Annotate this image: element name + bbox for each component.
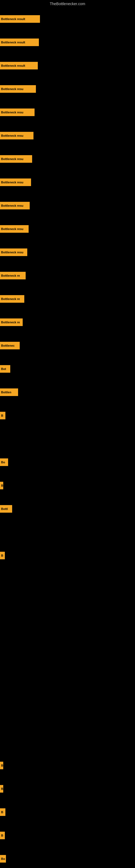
bottleneck-label: Bottleneck resu — [1, 204, 24, 207]
bottleneck-bar: Bottleneck re — [0, 295, 24, 303]
bottleneck-label: Bottleneck resu — [1, 251, 24, 254]
bottleneck-label: B — [1, 764, 3, 767]
bottleneck-label: B — [1, 810, 3, 814]
bottleneck-label: Bottleneck re — [1, 297, 20, 301]
bottleneck-bar: Bottlenec — [0, 342, 20, 349]
bottleneck-bar: B — [0, 412, 5, 420]
bottleneck-bar: Bo — [0, 855, 6, 863]
bottleneck-bar: B — [0, 762, 3, 769]
bottleneck-bar: Bottleneck re — [0, 272, 26, 279]
bottleneck-label: Bottleneck re — [1, 321, 20, 324]
bottleneck-bar: B — [0, 808, 5, 816]
bottleneck-label: Bo — [1, 461, 5, 464]
bottleneck-label: Bottleneck result — [1, 64, 25, 67]
bottleneck-label: Bottleneck resu — [1, 157, 24, 161]
bottleneck-bar: B — [0, 832, 5, 839]
bottleneck-label: Bottleneck resu — [1, 181, 24, 184]
bottleneck-label: B — [1, 834, 3, 837]
bottleneck-bar: Bottleneck resu — [0, 108, 35, 116]
bottleneck-bar: Bottleneck re — [0, 318, 23, 326]
bottleneck-bar: Bottleneck result — [0, 62, 38, 69]
bottleneck-bar: Bottleneck resu — [0, 155, 32, 163]
bottleneck-bar: Bottleneck result — [0, 15, 40, 23]
bottleneck-label: B — [1, 484, 3, 487]
bottleneck-bar: Bo — [0, 458, 8, 466]
bottleneck-bar: Bottleneck resu — [0, 85, 36, 93]
bottleneck-bar: Bottleneck result — [0, 38, 39, 46]
bottleneck-bar: Bottleneck resu — [0, 132, 34, 140]
bottleneck-label: Bottlenec — [1, 344, 14, 347]
bottleneck-bar: B — [0, 785, 3, 793]
bottleneck-bar: Bottleneck resu — [0, 248, 27, 256]
site-title: TheBottlenecker.com — [0, 0, 135, 8]
bottleneck-bar: Bottlen — [0, 389, 18, 396]
bottleneck-bar: Bottleneck resu — [0, 225, 29, 233]
bottleneck-label: Bo — [1, 857, 5, 860]
bottleneck-label: Bottleneck result — [1, 18, 25, 21]
bottleneck-bar: Bottleneck resu — [0, 179, 31, 186]
bottleneck-bar: Bottl — [0, 505, 12, 513]
bottleneck-label: Bottlen — [1, 391, 11, 394]
bottleneck-label: B — [1, 414, 3, 417]
bottleneck-label: Bottleneck result — [1, 41, 25, 44]
bottleneck-bar: Bottleneck resu — [0, 202, 30, 209]
bottleneck-label: Bottleneck re — [1, 274, 20, 277]
bottleneck-bar: B — [0, 552, 5, 559]
bottleneck-bar: B — [0, 482, 3, 489]
bottleneck-bar: Bot — [0, 365, 10, 373]
bottleneck-label: Bottl — [1, 507, 8, 510]
bottleneck-label: B — [1, 554, 3, 557]
bottleneck-label: Bot — [1, 367, 6, 371]
bottleneck-label: Bottleneck resu — [1, 87, 24, 91]
bottleneck-label: Bottleneck resu — [1, 134, 24, 137]
bottleneck-label: Bottleneck resu — [1, 111, 24, 114]
bottleneck-label: B — [1, 787, 3, 790]
bottleneck-label: Bottleneck resu — [1, 227, 24, 230]
